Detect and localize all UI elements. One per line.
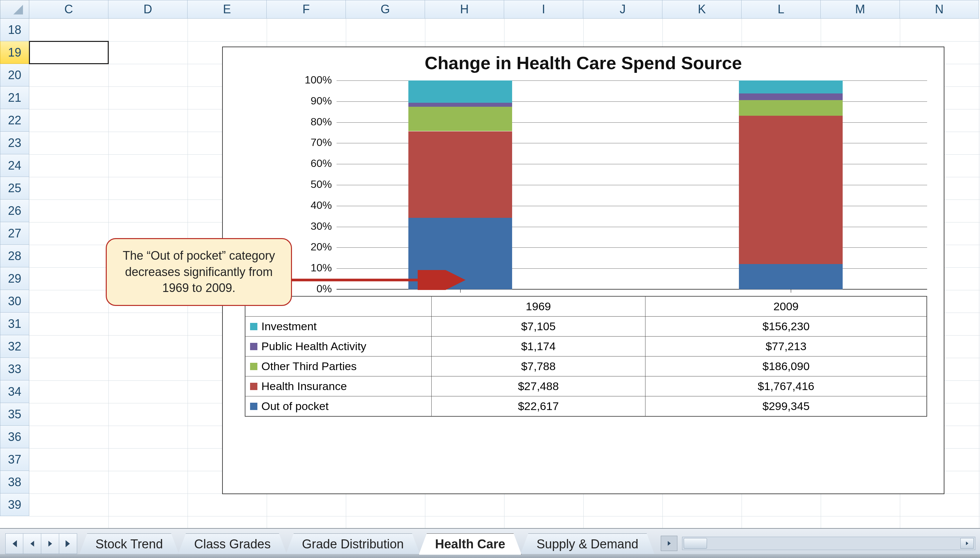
y-axis-tick-label: 100% — [282, 74, 332, 86]
y-axis-tick-label: 70% — [282, 136, 332, 149]
table-row: Out of pocket$22,617$299,345 — [245, 396, 927, 417]
row-header[interactable]: 35 — [0, 403, 29, 426]
chart-data-table: 19692009Investment$7,105$156,230Public H… — [245, 296, 927, 417]
row-header[interactable]: 36 — [0, 426, 29, 448]
row-header[interactable]: 25 — [0, 177, 29, 200]
legend-label: Health Insurance — [261, 380, 347, 393]
column-header[interactable]: D — [108, 0, 187, 19]
y-axis-tick-label: 30% — [282, 220, 332, 233]
tab-scroll-right[interactable] — [661, 536, 677, 551]
sheet-tab[interactable]: Grade Distribution — [286, 533, 420, 555]
sheet-tab-bar: Stock TrendClass GradesGrade Distributio… — [0, 528, 980, 558]
legend-label: Investment — [261, 320, 317, 333]
row-header[interactable]: 26 — [0, 200, 29, 222]
row-header[interactable]: 37 — [0, 448, 29, 471]
y-axis-tick-label: 90% — [282, 95, 332, 107]
table-cell: $7,105 — [431, 317, 645, 336]
sheet-tab[interactable]: Supply & Demand — [520, 533, 655, 555]
row-header[interactable]: 32 — [0, 335, 29, 358]
legend-label: Other Third Parties — [261, 360, 357, 373]
bar-segment — [739, 80, 843, 94]
row-header[interactable]: 29 — [0, 268, 29, 290]
table-cell: $299,345 — [645, 396, 927, 417]
tab-nav-next[interactable] — [41, 533, 59, 554]
legend-label: Out of pocket — [261, 400, 328, 413]
row-header[interactable]: 28 — [0, 245, 29, 268]
column-header[interactable]: F — [267, 0, 346, 19]
legend-swatch-icon — [250, 343, 258, 350]
bar-segment — [408, 107, 512, 131]
horizontal-scrollbar[interactable] — [682, 537, 975, 550]
select-all-corner[interactable] — [0, 0, 29, 19]
row-header[interactable]: 30 — [0, 290, 29, 313]
row-header[interactable]: 38 — [0, 471, 29, 494]
table-col-header: 1969 — [431, 296, 645, 317]
column-header[interactable]: N — [900, 0, 979, 19]
bar-segment — [408, 131, 512, 218]
tab-nav-last[interactable] — [59, 533, 77, 554]
column-header[interactable]: K — [662, 0, 742, 19]
table-cell: $22,617 — [431, 396, 645, 417]
row-header[interactable]: 39 — [0, 494, 29, 516]
table-row: Health Insurance$27,488$1,767,416 — [245, 376, 927, 396]
y-axis-tick-label: 60% — [282, 157, 332, 170]
active-cell[interactable] — [29, 41, 108, 64]
table-row: Investment$7,105$156,230 — [245, 317, 927, 336]
table-cell: $1,767,416 — [645, 376, 927, 396]
bar-segment — [408, 80, 512, 103]
scrollbar-thumb[interactable] — [684, 538, 707, 549]
tab-nav-prev[interactable] — [23, 533, 41, 554]
bar-segment — [739, 94, 843, 100]
y-axis-tick-label: 40% — [282, 199, 332, 212]
legend-swatch-icon — [250, 323, 258, 330]
worksheet-area: CDEFGHIJKLMN 181920212223242526272829303… — [0, 0, 980, 528]
row-header[interactable]: 23 — [0, 132, 29, 154]
column-header[interactable]: L — [742, 0, 821, 19]
sheet-tab[interactable]: Stock Trend — [79, 533, 179, 555]
row-header[interactable]: 34 — [0, 381, 29, 403]
row-header[interactable]: 19 — [0, 41, 29, 64]
row-headers: 1819202122232425262728293031323334353637… — [0, 19, 29, 528]
table-cell: $77,213 — [645, 336, 927, 356]
sheet-tabs: Stock TrendClass GradesGrade Distributio… — [80, 532, 655, 555]
stacked-bar — [739, 80, 843, 289]
bar-segment — [408, 218, 512, 289]
column-header[interactable]: E — [187, 0, 267, 19]
table-row: Other Third Parties$7,788$186,090 — [245, 356, 927, 376]
column-header[interactable]: H — [425, 0, 504, 19]
y-axis-tick-label: 50% — [282, 178, 332, 190]
stacked-bar — [408, 80, 512, 289]
y-axis-tick-label: 80% — [282, 116, 332, 128]
bar-segment — [739, 116, 843, 264]
table-cell: $156,230 — [645, 317, 927, 336]
table-col-header: 2009 — [645, 296, 927, 317]
row-header[interactable]: 24 — [0, 154, 29, 177]
row-header[interactable]: 27 — [0, 222, 29, 245]
row-header[interactable]: 33 — [0, 358, 29, 381]
table-cell: $27,488 — [431, 376, 645, 396]
row-header[interactable]: 21 — [0, 87, 29, 109]
column-header[interactable]: M — [821, 0, 900, 19]
row-header[interactable]: 18 — [0, 19, 29, 41]
tab-nav-first[interactable] — [5, 533, 23, 554]
scrollbar-arrow-right-icon[interactable] — [960, 538, 974, 549]
tab-nav-buttons — [5, 533, 77, 554]
legend-swatch-icon — [250, 363, 258, 370]
row-header[interactable]: 31 — [0, 313, 29, 335]
column-header[interactable]: G — [346, 0, 425, 19]
row-header[interactable]: 20 — [0, 64, 29, 87]
sheet-tab[interactable]: Health Care — [419, 533, 521, 555]
bar-segment — [739, 100, 843, 116]
cell-grid[interactable]: Change in Health Care Spend Source 0%10%… — [29, 19, 980, 528]
sheet-tab[interactable]: Class Grades — [178, 533, 287, 555]
table-cell: $186,090 — [645, 356, 927, 376]
svg-marker-0 — [13, 5, 23, 15]
column-header[interactable]: J — [583, 0, 662, 19]
chart-title: Change in Health Care Spend Source — [223, 53, 944, 73]
row-header[interactable]: 22 — [0, 109, 29, 132]
column-header[interactable]: C — [29, 0, 108, 19]
annotation-callout[interactable]: The “Out of pocket” category decreases s… — [106, 238, 292, 306]
column-header[interactable]: I — [504, 0, 583, 19]
embedded-chart[interactable]: Change in Health Care Spend Source 0%10%… — [222, 46, 944, 494]
legend-swatch-icon — [250, 383, 258, 390]
